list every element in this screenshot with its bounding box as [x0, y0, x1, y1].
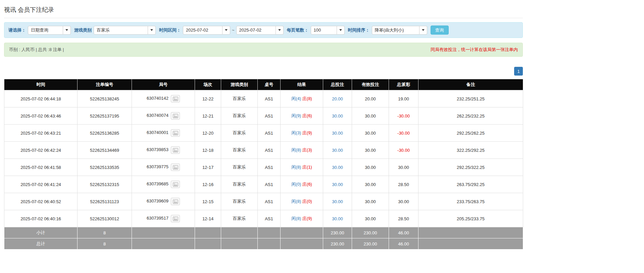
payout-value: -30.00	[397, 113, 410, 119]
round-image-icon-button[interactable]	[171, 146, 180, 154]
table-row: 2025-07-02 06:43:46 522625137195 6307400…	[4, 107, 523, 125]
total-bet-link[interactable]: 30.00	[332, 131, 343, 136]
picture-icon	[173, 182, 178, 187]
round-no: 630740074	[147, 113, 168, 118]
result-banker: 庄(0)	[302, 199, 312, 204]
valid-bet-cell: 30.00	[352, 159, 389, 176]
game-type-cell: 百家乐	[221, 176, 258, 193]
payout-cell: 30.00	[389, 193, 418, 210]
picture-icon	[173, 165, 178, 170]
round-image-icon-button[interactable]	[171, 129, 180, 137]
game-type-cell: 百家乐	[221, 107, 258, 125]
result-player: 闲(8)	[291, 147, 301, 152]
game-type-cell: 百家乐	[221, 193, 258, 210]
valid-bet-cell: 20.00	[352, 90, 389, 107]
footer-total-bet-cell: 230.00	[323, 238, 352, 249]
sort-dropdown-button[interactable]	[419, 26, 427, 35]
date-to-input[interactable]	[236, 26, 276, 35]
time-cell: 2025-07-02 06:40:52	[4, 193, 78, 210]
page-size-label: 每页笔数：	[287, 27, 309, 33]
round-image-icon-button[interactable]	[171, 112, 180, 120]
note-cell: 232.25/251.25	[418, 90, 523, 107]
footer-row: 总计 8 230.00 230.00 46.00	[4, 238, 523, 249]
picture-icon	[173, 114, 178, 118]
bet-no-cell: 522625136285	[78, 125, 132, 142]
round-no: 630739517	[147, 216, 168, 221]
round-image-icon-button[interactable]	[171, 164, 180, 171]
column-header: 备注	[418, 79, 523, 90]
page-button-1[interactable]: 1	[514, 67, 523, 76]
result-banker: 庄(8)	[302, 96, 312, 101]
session-cell: 12-21	[195, 107, 221, 125]
date-to-dropdown-button[interactable]	[276, 26, 284, 35]
table-header-row: 时间注单编号局号场次游戏类别桌号结果总投注有效投注总派彩备注	[4, 79, 523, 90]
round-no: 630739609	[147, 198, 168, 203]
round-no: 630739775	[147, 164, 168, 169]
result-cell: 闲(8) 庄(3)	[281, 142, 323, 159]
column-header: 游戏类别	[221, 79, 258, 90]
footer-payout-cell: 46.00	[389, 238, 418, 249]
round-no-cell: 630740142	[132, 90, 195, 107]
payout-value: 28.50	[398, 182, 409, 187]
round-image-icon-button[interactable]	[171, 215, 180, 222]
result-player: 闲(8)	[291, 165, 301, 170]
game-type-input[interactable]	[94, 26, 148, 35]
total-bet-link[interactable]: 30.00	[332, 148, 343, 153]
total-bet-link[interactable]: 30.00	[332, 216, 343, 221]
page-title: 视讯 会员下注纪录	[4, 6, 523, 14]
table-no-cell: AS1	[258, 90, 281, 107]
sort-input[interactable]	[372, 26, 419, 35]
chevron-down-icon	[339, 29, 342, 31]
game-type-cell: 百家乐	[221, 125, 258, 142]
date-from-dropdown-button[interactable]	[222, 26, 230, 35]
session-cell: 12-16	[195, 176, 221, 193]
game-type-cell: 百家乐	[221, 142, 258, 159]
page-size-input[interactable]	[311, 26, 337, 35]
query-type-dropdown-button[interactable]	[63, 26, 71, 35]
footer-empty-cell	[258, 238, 281, 249]
search-button[interactable]: 查询	[431, 26, 449, 35]
total-bet-cell: 20.00	[323, 90, 352, 107]
round-image-icon-button[interactable]	[171, 198, 180, 205]
date-range-label: 时间区间：	[159, 27, 181, 33]
footer-count-cell: 8	[78, 227, 132, 238]
round-no: 630740142	[147, 96, 168, 101]
game-type-dropdown-button[interactable]	[148, 26, 156, 35]
total-bet-link[interactable]: 30.00	[332, 199, 343, 204]
result-banker: 庄(9)	[302, 216, 312, 221]
valid-bet-cell: 30.00	[352, 142, 389, 159]
valid-bet-cell: 30.00	[352, 210, 389, 227]
bet-no-cell: 522625130012	[78, 210, 132, 227]
note-cell: 322.25/292.25	[418, 142, 523, 159]
total-bet-link[interactable]: 30.00	[332, 165, 343, 170]
round-no: 630739685	[147, 181, 168, 186]
bet-no-cell: 522625133535	[78, 159, 132, 176]
query-type-input[interactable]	[28, 26, 63, 35]
total-bet-cell: 30.00	[323, 142, 352, 159]
footer-empty-cell	[132, 227, 195, 238]
result-player: 闲(8)	[291, 216, 301, 221]
total-bet-link[interactable]: 30.00	[332, 182, 343, 187]
total-bet-link[interactable]: 20.00	[332, 96, 343, 101]
game-type-label: 游戏类别	[74, 27, 92, 33]
result-banker: 庄(6)	[302, 182, 312, 187]
date-from-input[interactable]	[183, 26, 222, 35]
footer-empty-cell	[281, 238, 323, 249]
date-from-select	[183, 26, 230, 35]
bet-no-cell: 522625138245	[78, 90, 132, 107]
total-bet-link[interactable]: 30.00	[332, 113, 343, 119]
footer-row: 小计 8 230.00 230.00 46.00	[4, 227, 523, 238]
table-row: 2025-07-02 06:40:52 522625131123 6307396…	[4, 193, 523, 210]
session-cell: 12-14	[195, 210, 221, 227]
column-header: 结果	[281, 79, 323, 90]
picture-icon	[173, 199, 178, 204]
payout-value: 30.00	[398, 199, 409, 204]
round-image-icon-button[interactable]	[171, 181, 180, 188]
time-cell: 2025-07-02 06:41:24	[4, 176, 78, 193]
result-cell: 闲(8) 庄(1)	[281, 159, 323, 176]
valid-bet-cell: 30.00	[352, 125, 389, 142]
page-size-dropdown-button[interactable]	[337, 26, 345, 35]
total-bet-cell: 30.00	[323, 125, 352, 142]
round-image-icon-button[interactable]	[171, 95, 180, 102]
note-cell: 205.25/233.75	[418, 210, 523, 227]
